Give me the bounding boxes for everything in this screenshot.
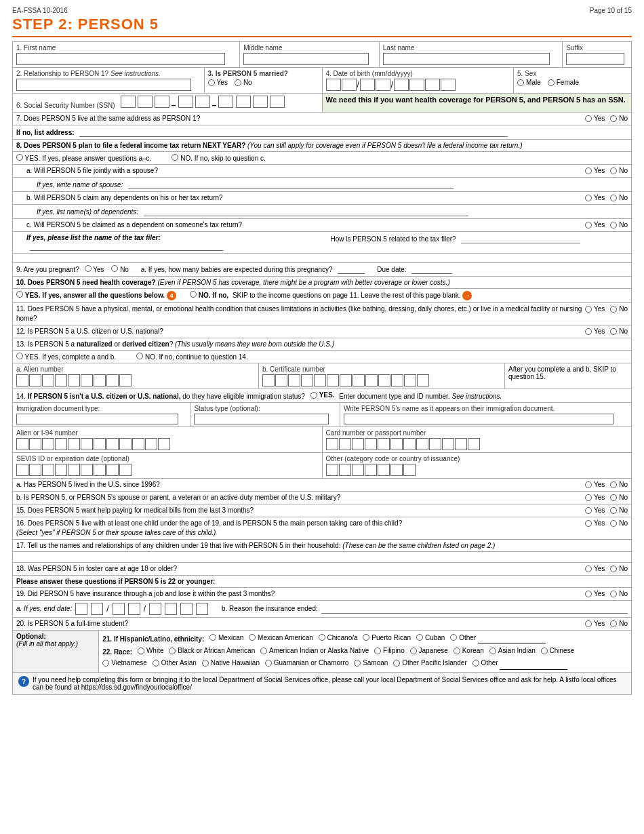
ssn-box2[interactable] bbox=[138, 96, 153, 108]
q16-yes[interactable]: Yes bbox=[585, 519, 605, 528]
q8c-yes[interactable]: Yes bbox=[585, 220, 605, 230]
q13b-box6[interactable] bbox=[327, 374, 339, 386]
q8a-no[interactable]: No bbox=[610, 166, 628, 176]
q9-yes-inline[interactable]: Yes bbox=[85, 266, 106, 273]
q13b-box1[interactable] bbox=[262, 374, 275, 386]
q11-no[interactable]: No bbox=[610, 304, 628, 314]
q20-yes[interactable]: Yes bbox=[585, 619, 605, 629]
q22-chinese-radio[interactable]: Chinese bbox=[541, 646, 575, 656]
sevis-box1[interactable] bbox=[16, 464, 28, 476]
q15-no[interactable]: No bbox=[610, 506, 628, 515]
card-box10[interactable] bbox=[442, 438, 454, 450]
q22-american-indian-radio[interactable]: American Indian or Alaska Native bbox=[260, 646, 369, 656]
ssn-box5[interactable] bbox=[195, 96, 210, 108]
q13a-box2[interactable] bbox=[29, 374, 41, 386]
q19a-mm1[interactable] bbox=[75, 603, 87, 615]
alien-box2[interactable] bbox=[29, 438, 41, 450]
q22-guamanian-radio[interactable]: Guamanian or Chamorro bbox=[265, 658, 349, 669]
q13b-box10[interactable] bbox=[378, 374, 390, 386]
married-no[interactable]: No bbox=[235, 79, 252, 86]
q14-yes-radio[interactable]: YES. bbox=[310, 391, 335, 399]
q19a-y2[interactable] bbox=[165, 603, 177, 615]
other-box4[interactable] bbox=[365, 464, 377, 476]
q9-babies-input[interactable] bbox=[338, 264, 365, 274]
ssn-box1[interactable] bbox=[121, 96, 136, 108]
sex-female[interactable]: Female bbox=[548, 79, 579, 86]
card-box4[interactable] bbox=[365, 438, 377, 450]
q18-no[interactable]: No bbox=[610, 564, 628, 574]
q22-other2-radio[interactable]: Other bbox=[472, 658, 498, 669]
alien-box4[interactable] bbox=[55, 438, 67, 450]
card-box7[interactable] bbox=[403, 438, 416, 450]
q22-samoan-radio[interactable]: Samoan bbox=[354, 658, 388, 669]
q8b-yes[interactable]: Yes bbox=[585, 193, 605, 203]
q22-japanese-radio[interactable]: Japanese bbox=[410, 646, 448, 656]
q8c-no[interactable]: No bbox=[610, 220, 628, 230]
other-box6[interactable] bbox=[390, 464, 403, 476]
dob-y2[interactable] bbox=[409, 79, 424, 91]
q10-no-radio[interactable] bbox=[190, 291, 197, 298]
q12-no[interactable]: No bbox=[610, 327, 628, 336]
suffix-input[interactable] bbox=[566, 53, 624, 65]
q8c-related-input[interactable] bbox=[461, 234, 580, 243]
sevis-box7[interactable] bbox=[94, 464, 106, 476]
q20-no[interactable]: No bbox=[610, 619, 628, 629]
q19b-reason-input[interactable] bbox=[321, 604, 628, 614]
q13a-box4[interactable] bbox=[55, 374, 67, 386]
q21-chicano-radio[interactable]: Chicano/a bbox=[319, 633, 358, 643]
q22-korean-radio[interactable]: Korean bbox=[454, 646, 484, 656]
q13a-box3[interactable] bbox=[42, 374, 54, 386]
q13a-box9[interactable] bbox=[119, 374, 132, 386]
first-name-input[interactable] bbox=[16, 53, 225, 65]
other-box5[interactable] bbox=[378, 464, 390, 476]
q14-name-input[interactable] bbox=[344, 414, 613, 424]
q14-imm-doc-input[interactable] bbox=[16, 414, 178, 424]
q21-puerto-rican-radio[interactable]: Puerto Rican bbox=[363, 633, 411, 643]
dob-y1[interactable] bbox=[394, 79, 409, 91]
sevis-box8[interactable] bbox=[106, 464, 119, 476]
ssn-box3[interactable] bbox=[155, 96, 169, 108]
q13a-box5[interactable] bbox=[68, 374, 80, 386]
q22-other-field[interactable] bbox=[500, 662, 567, 670]
sex-male[interactable]: Male bbox=[517, 79, 541, 86]
q14a-no[interactable]: No bbox=[610, 480, 628, 490]
q8b-no[interactable]: No bbox=[610, 193, 628, 203]
q22-other-pacific-radio[interactable]: Other Pacific Islander bbox=[393, 658, 467, 669]
q8a-yes[interactable]: Yes bbox=[585, 166, 605, 176]
q9-due-date-input[interactable] bbox=[411, 264, 452, 274]
q8a-spouse-input[interactable] bbox=[128, 180, 454, 189]
q13b-box4[interactable] bbox=[301, 374, 313, 386]
alien-box6[interactable] bbox=[81, 438, 93, 450]
dob-dd1[interactable] bbox=[360, 79, 375, 91]
q19-no[interactable]: No bbox=[610, 589, 628, 599]
q13-no-radio[interactable] bbox=[136, 353, 143, 359]
q13a-box1[interactable] bbox=[16, 374, 28, 386]
alien-box7[interactable] bbox=[94, 438, 106, 450]
q13a-box7[interactable] bbox=[94, 374, 106, 386]
ssn-box7[interactable] bbox=[236, 96, 251, 108]
dob-mm2[interactable] bbox=[342, 79, 357, 91]
card-box2[interactable] bbox=[339, 438, 351, 450]
q22-white-radio[interactable]: White bbox=[138, 646, 164, 656]
q19a-y3[interactable] bbox=[180, 603, 193, 615]
other-box7[interactable] bbox=[403, 464, 416, 476]
sevis-box2[interactable] bbox=[29, 464, 41, 476]
q21-cuban-radio[interactable]: Cuban bbox=[416, 633, 445, 643]
q19a-y1[interactable] bbox=[149, 603, 161, 615]
q22-native-hawaiian-radio[interactable]: Native Hawaiian bbox=[202, 658, 260, 669]
q13b-box9[interactable] bbox=[365, 374, 378, 386]
alien-box12[interactable] bbox=[158, 438, 170, 450]
q8b-dependents-input[interactable] bbox=[144, 207, 469, 216]
q22-other-asian-radio[interactable]: Other Asian bbox=[153, 658, 197, 669]
ssn-box6[interactable] bbox=[218, 96, 233, 108]
q22-asian-indian-radio[interactable]: Asian Indian bbox=[489, 646, 536, 656]
card-box6[interactable] bbox=[390, 438, 403, 450]
q9-no-inline[interactable]: No bbox=[111, 266, 130, 273]
q13b-box13[interactable] bbox=[417, 374, 429, 386]
dob-y3[interactable] bbox=[425, 79, 440, 91]
q21-other-radio[interactable]: Other bbox=[450, 633, 476, 643]
q14-status-input[interactable] bbox=[194, 414, 329, 424]
q13a-box8[interactable] bbox=[106, 374, 119, 386]
q19a-dd1[interactable] bbox=[113, 603, 125, 615]
card-box12[interactable] bbox=[468, 438, 480, 450]
